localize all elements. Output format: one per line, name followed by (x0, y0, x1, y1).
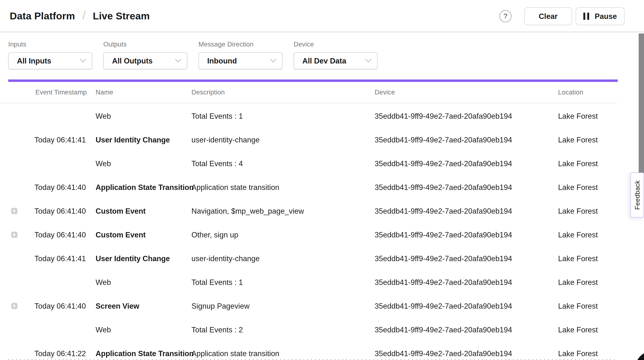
location-cell: Lake Forest (558, 159, 617, 168)
filter-label-device: Device (294, 41, 378, 48)
pause-button[interactable]: Pause (576, 7, 624, 25)
question-icon: ? (503, 12, 508, 20)
location-cell: Lake Forest (558, 325, 617, 334)
location-cell: Lake Forest (558, 349, 617, 358)
table-row: WebTotal Events : 135eddb41-9ff9-49e2-7a… (0, 270, 617, 294)
chat-bubble-icon[interactable] (635, 350, 644, 360)
column-header-device: Device (375, 89, 558, 96)
chevron-down-icon (365, 56, 371, 62)
pause-icon (583, 13, 590, 20)
event-description-cell: Total Events : 4 (192, 159, 375, 168)
location-cell: Lake Forest (558, 278, 617, 287)
event-name-cell: Application State Transition (96, 349, 192, 358)
filter-label-inputs: Inputs (8, 41, 92, 48)
location-cell: Lake Forest (558, 302, 617, 310)
column-header-description: Description (192, 89, 375, 96)
event-name-cell: Application State Transition (96, 183, 192, 192)
chevron-down-icon (175, 56, 181, 62)
filter-inputs: InputsAll Inputs (8, 41, 92, 69)
location-cell: Lake Forest (558, 183, 617, 192)
device-id-cell: 35eddb41-9ff9-49e2-7aed-20afa90eb194 (375, 254, 558, 263)
event-description-cell: user-identity-change (192, 135, 375, 144)
event-description-cell: user-identity-change (192, 254, 375, 263)
chevron-down-icon (270, 56, 276, 62)
location-cell: Lake Forest (558, 230, 617, 239)
event-description-cell: Navigation, $mp_web_page_view (192, 207, 375, 215)
event-name-cell: Web (96, 112, 192, 120)
message-direction-dropdown-value: Inbound (207, 56, 237, 65)
event-name-cell: Web (96, 325, 192, 334)
chevron-down-icon (80, 56, 86, 62)
expand-row-button[interactable] (11, 232, 17, 238)
device-id-cell: 35eddb41-9ff9-49e2-7aed-20afa90eb194 (375, 230, 558, 239)
event-name-cell: User Identity Change (96, 135, 192, 144)
filter-device: DeviceAll Dev Data (294, 41, 378, 69)
message-direction-dropdown[interactable]: Inbound (198, 52, 282, 69)
expand-row-button[interactable] (11, 208, 17, 214)
location-cell: Lake Forest (558, 254, 617, 263)
event-name-cell: Web (96, 159, 192, 168)
device-id-cell: 35eddb41-9ff9-49e2-7aed-20afa90eb194 (375, 349, 558, 358)
event-description-cell: Application state transition (192, 183, 375, 192)
device-dropdown[interactable]: All Dev Data (294, 52, 378, 69)
row-expand-cell (0, 303, 34, 309)
table-row: Today 06:41:22Application State Transiti… (0, 342, 617, 360)
inputs-dropdown-value: All Inputs (17, 56, 51, 65)
location-cell: Lake Forest (558, 112, 617, 120)
filter-message-direction: Message DirectionInbound (198, 41, 282, 69)
table-row: WebTotal Events : 235eddb41-9ff9-49e2-7a… (0, 318, 617, 342)
table-row: Today 06:41:40Screen ViewSignup Pageview… (0, 294, 617, 318)
location-cell: Lake Forest (558, 207, 617, 215)
event-timestamp-cell: Today 06:41:41 (34, 135, 96, 144)
clipped-next-row-hint (8, 359, 617, 360)
device-id-cell: 35eddb41-9ff9-49e2-7aed-20afa90eb194 (375, 278, 558, 287)
event-description-cell: Total Events : 2 (192, 325, 375, 334)
event-name-cell: Custom Event (96, 230, 192, 239)
vertical-scrollbar-thumb[interactable] (639, 33, 644, 174)
row-expand-cell (0, 232, 34, 238)
breadcrumb: Data Platform / Live Stream (10, 9, 150, 22)
table-header: Event Timestamp Name Description Device … (0, 82, 617, 103)
page-title: Live Stream (93, 10, 150, 21)
device-id-cell: 35eddb41-9ff9-49e2-7aed-20afa90eb194 (375, 183, 558, 192)
table-row: Today 06:41:40Custom EventNavigation, $m… (0, 199, 617, 223)
table-row: WebTotal Events : 135eddb41-9ff9-49e2-7a… (0, 104, 617, 128)
event-timestamp-cell: Today 06:41:40 (34, 230, 96, 239)
pause-button-label: Pause (595, 12, 617, 20)
event-table-body: WebTotal Events : 135eddb41-9ff9-49e2-7a… (0, 104, 617, 360)
clear-button-label: Clear (539, 12, 558, 20)
feedback-tab[interactable]: Feedback (630, 173, 644, 217)
event-description-cell: Application state transition (192, 349, 375, 358)
event-timestamp-cell: Today 06:41:40 (34, 207, 96, 215)
outputs-dropdown-value: All Outputs (112, 56, 153, 65)
column-header-event-timestamp: Event Timestamp (34, 89, 96, 96)
header-actions: ? Clear Pause (500, 0, 624, 32)
help-button[interactable]: ? (500, 10, 512, 22)
table-row: Today 06:41:40Custom EventOther, sign up… (0, 223, 617, 247)
device-id-cell: 35eddb41-9ff9-49e2-7aed-20afa90eb194 (375, 207, 558, 215)
expand-row-button[interactable] (11, 303, 17, 309)
event-name-cell: Custom Event (96, 207, 192, 215)
event-description-cell: Signup Pageview (192, 302, 375, 310)
page-header: Data Platform / Live Stream ? Clear Paus… (0, 0, 644, 32)
breadcrumb-data-platform[interactable]: Data Platform (10, 10, 75, 21)
event-description-cell: Other, sign up (192, 230, 375, 239)
device-id-cell: 35eddb41-9ff9-49e2-7aed-20afa90eb194 (375, 135, 558, 144)
event-timestamp-cell: Today 06:41:22 (34, 349, 96, 358)
purple-divider (8, 79, 618, 82)
feedback-tab-label: Feedback (634, 180, 641, 210)
table-row: Today 06:41:41User Identity Changeuser-i… (0, 247, 617, 270)
live-stream-screen: Data Platform / Live Stream ? Clear Paus… (0, 0, 644, 360)
event-name-cell: Screen View (96, 302, 192, 310)
table-row: WebTotal Events : 435eddb41-9ff9-49e2-7a… (0, 152, 617, 176)
clear-button[interactable]: Clear (524, 7, 572, 25)
outputs-dropdown[interactable]: All Outputs (103, 52, 187, 69)
filter-label-outputs: Outputs (103, 41, 187, 48)
event-name-cell: Web (96, 278, 192, 287)
inputs-dropdown[interactable]: All Inputs (8, 52, 92, 69)
event-description-cell: Total Events : 1 (192, 278, 375, 287)
row-expand-cell (0, 208, 34, 214)
filter-label-message-direction: Message Direction (198, 41, 282, 48)
table-row: Today 06:41:40Application State Transiti… (0, 176, 617, 199)
event-name-cell: User Identity Change (96, 254, 192, 263)
